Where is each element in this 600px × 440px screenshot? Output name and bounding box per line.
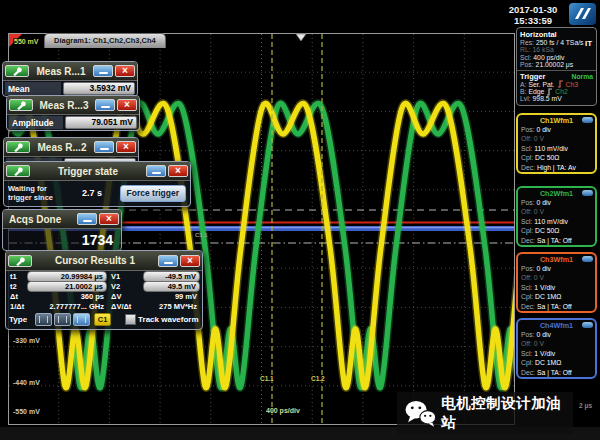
- trigger-mode: Norma: [571, 73, 593, 80]
- res-label: Res:: [520, 39, 534, 46]
- trigger-level-value: 998.5 mV: [533, 95, 562, 102]
- t1-label: t1: [8, 272, 25, 281]
- cursor2-label: C1.2: [310, 375, 326, 382]
- channel-box-ch2[interactable]: Ch2Wfm1 Pos:0 div Off:0 V Scl:110 mV/div…: [516, 186, 597, 247]
- axis-label-m330: -330 mV: [12, 337, 41, 344]
- channel-box-ch3[interactable]: Ch3Wfm1 Pos:0 div Off:0 V Scl:1 V/div Cp…: [516, 252, 597, 313]
- trigger-state-header[interactable]: Trigger state ×: [4, 162, 190, 181]
- scl-label: Scl:: [520, 54, 531, 61]
- settings-wrench-button[interactable]: [6, 141, 30, 153]
- axis-label-m550: -550 mV: [12, 408, 41, 415]
- acquisitions-count: 1734: [3, 229, 121, 250]
- cursor-type-both-icon[interactable]: [73, 313, 90, 326]
- dvdt-value: 275 MV*Hz: [143, 302, 200, 311]
- trigger-state-title: Trigger state: [32, 166, 144, 177]
- minimize-button[interactable]: [158, 255, 178, 267]
- close-icon[interactable]: ×: [117, 99, 137, 111]
- trigger-wait-message: Waiting for trigger since: [8, 184, 70, 203]
- v2-value-field[interactable]: 49.5 mV: [143, 281, 200, 292]
- dt-label: Δt: [8, 292, 25, 301]
- dv-value: 99 mV: [143, 292, 200, 301]
- acqs-title: Acqs Done: [5, 214, 75, 225]
- trigger-b-type: Edge: [528, 88, 544, 95]
- watermark: 电机控制设计加油站: [397, 392, 573, 434]
- cursor-results-panel: Cursor Results 1 × t1 20.99984 μs V1 -49…: [5, 250, 203, 330]
- inv-dt-value: 2.777777... GHz: [27, 302, 107, 311]
- v2-label: V2: [109, 282, 141, 291]
- trigger-b-source: Ch2: [555, 88, 567, 95]
- waveform-badge-icon: [582, 190, 593, 196]
- channel-box-ch4[interactable]: Ch4Wfm1 Pos:0 div Off:0 V Scl:1 V/div Cp…: [516, 318, 597, 379]
- settings-wrench-button[interactable]: [6, 165, 30, 177]
- diagram-tab[interactable]: Diagram1: Ch1,Ch2,Ch3,Ch4: [44, 33, 166, 48]
- dv-label: ΔV: [109, 292, 141, 301]
- cursor1-hline-label: C1.1: [194, 232, 209, 238]
- waveform-badge-icon: [582, 256, 593, 262]
- meas2-title: Meas R...2: [32, 142, 92, 153]
- meas2-header[interactable]: Meas R...2 ×: [4, 138, 138, 157]
- timebase-label: 400 ps/div: [265, 407, 301, 414]
- settings-wrench-button[interactable]: [8, 255, 32, 267]
- cursor-type-horizontal-icon[interactable]: [35, 313, 52, 326]
- settings-wrench-button[interactable]: [5, 65, 29, 77]
- datetime: 2017-01-30 15:33:59: [500, 4, 566, 26]
- waveform-badge-icon: [582, 322, 593, 328]
- acqs-header[interactable]: Acqs Done ×: [3, 210, 121, 229]
- waveform-badge-icon: [582, 117, 593, 123]
- cursor1-label: C1.1: [259, 375, 275, 382]
- inv-dt-label: 1/Δt: [8, 302, 25, 311]
- res-value: 250 fs / 4 TSa/s: [536, 39, 583, 46]
- scl-value: 400 ps/div: [533, 54, 564, 61]
- minimize-button[interactable]: [146, 165, 166, 177]
- trigger-position-marker[interactable]: [296, 34, 306, 41]
- settings-wrench-button[interactable]: [9, 99, 33, 111]
- ch3-title: Ch3Wfm1: [540, 255, 573, 264]
- meas-panel-1: Meas R...1 × Mean 3.5932 mV: [2, 61, 138, 97]
- time-label: 15:33:59: [500, 15, 566, 26]
- ch4-title: Ch4Wfm1: [540, 321, 573, 330]
- rl-value: 16 kSa: [533, 46, 554, 53]
- cursor-type-vertical-icon[interactable]: [54, 313, 71, 326]
- type-label: Type: [9, 315, 27, 324]
- rs-logo-icon: [569, 3, 596, 25]
- axis-label-top: 550 mV: [13, 38, 40, 45]
- oscilloscope-screen: Diagram1: Ch1,Ch2,Ch3,Ch4 550 mV -330 mV…: [0, 0, 600, 440]
- date-label: 2017-01-30: [500, 4, 566, 15]
- force-trigger-button[interactable]: Force trigger: [120, 185, 186, 202]
- watermark-text: 电机控制设计加油站: [441, 394, 573, 432]
- trigger-section-title: Trigger: [520, 72, 545, 81]
- close-icon[interactable]: ×: [180, 255, 200, 267]
- t2-value-field[interactable]: 21.0002 μs: [27, 281, 107, 292]
- meas-panel-3: Meas R...3 × Amplitude 79.051 mV: [6, 95, 140, 131]
- pos-label: Pos:: [520, 61, 534, 68]
- trigger-a-source: Ch3: [566, 81, 578, 88]
- cursor-results-title: Cursor Results 1: [34, 255, 156, 266]
- t2-label: t2: [8, 282, 25, 291]
- horizontal-section-title: Horizontal: [520, 30, 557, 39]
- minimize-button[interactable]: [95, 99, 115, 111]
- minimize-button[interactable]: [77, 213, 97, 225]
- meas1-title: Meas R...1: [31, 66, 91, 77]
- close-icon[interactable]: ×: [99, 213, 119, 225]
- track-waveform-checkbox[interactable]: [125, 314, 136, 325]
- ch1-title: Ch1Wfm1: [540, 116, 573, 125]
- trigger-level-label: Lvl:: [520, 95, 531, 102]
- minimize-button[interactable]: [94, 141, 114, 153]
- close-icon[interactable]: ×: [116, 141, 136, 153]
- ch2-title: Ch2Wfm1: [540, 189, 573, 198]
- meas3-label: Amplitude: [9, 116, 63, 129]
- channel-box-ch1[interactable]: Ch1Wfm1 Pos:0 div Off:0 V Scl:110 mV/div…: [516, 113, 597, 174]
- meas1-header[interactable]: Meas R...1 ×: [3, 62, 137, 81]
- cursor-source-button[interactable]: C1: [94, 313, 111, 326]
- axis-label-m440: -440 mV: [12, 379, 41, 386]
- meas1-label: Mean: [5, 82, 61, 95]
- cursor-results-header[interactable]: Cursor Results 1 ×: [6, 251, 202, 271]
- close-icon[interactable]: ×: [115, 65, 135, 77]
- meas3-title: Meas R...3: [35, 100, 93, 111]
- track-waveform-label: Track waveform: [138, 315, 198, 324]
- close-icon[interactable]: ×: [168, 165, 188, 177]
- meas3-header[interactable]: Meas R...3 ×: [7, 96, 139, 115]
- minimize-button[interactable]: [93, 65, 113, 77]
- it-overlay-label: IT: [585, 39, 592, 48]
- acqs-panel: Acqs Done × 1734: [2, 209, 122, 251]
